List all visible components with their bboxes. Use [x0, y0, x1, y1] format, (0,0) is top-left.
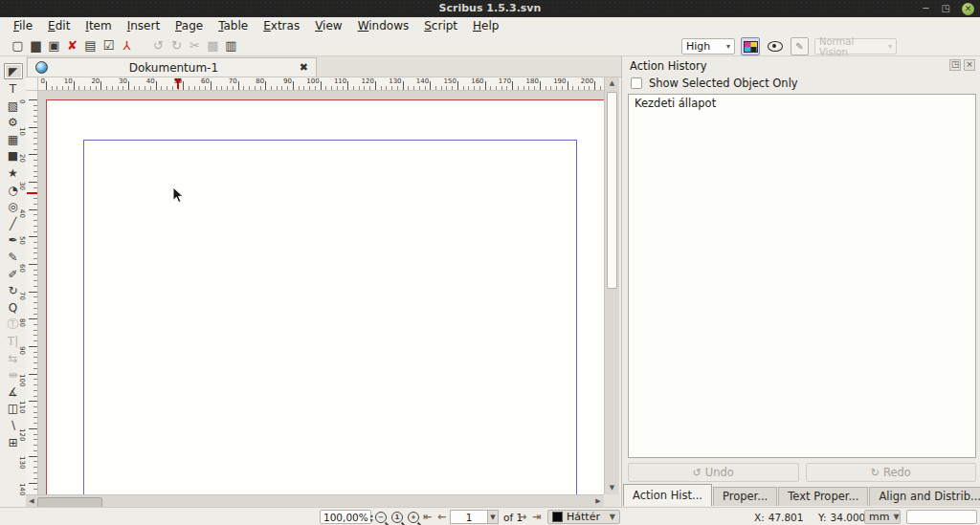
hruler-label: 20: [91, 77, 100, 85]
vruler-label: 80: [18, 318, 26, 327]
scroll-down-icon[interactable]: ▼: [605, 482, 619, 494]
titlebar[interactable]: Scribus 1.5.3.svn − ◳ ✕: [0, 0, 980, 17]
select-item-tool[interactable]: ◤: [4, 63, 23, 79]
new-document-button[interactable]: ▢: [9, 36, 27, 55]
panel-tab-align-and-distrib[interactable]: Align and Distrib...: [869, 487, 980, 506]
tab-close-icon[interactable]: ✖: [300, 61, 308, 74]
hruler-label: 10: [64, 77, 73, 85]
vruler-label: 90: [18, 346, 26, 355]
zoom-out-button[interactable]: −: [375, 510, 387, 524]
export-pdf-button[interactable]: Y: [118, 36, 136, 55]
menu-table[interactable]: Table: [211, 18, 256, 34]
print-document-button[interactable]: ▤: [81, 36, 100, 55]
menu-windows[interactable]: Windows: [350, 18, 417, 34]
insert-text-frame-tool[interactable]: T: [5, 82, 22, 97]
zoom-spinbox[interactable]: 100,00% ▴ ▾: [320, 510, 371, 524]
close-icon[interactable]: ✕: [962, 3, 974, 15]
action-history-list[interactable]: Kezdeti állapot: [628, 94, 976, 458]
scroll-up-icon[interactable]: ▲: [605, 77, 619, 90]
insert-freehand-line-tool[interactable]: ✎: [5, 251, 22, 265]
first-page-button[interactable]: ⇤: [423, 510, 432, 524]
menu-page[interactable]: Page: [167, 18, 211, 34]
document-canvas[interactable]: [38, 91, 604, 494]
vertical-scrollbar[interactable]: ▲ ▼: [604, 77, 619, 494]
vertical-ruler[interactable]: 0102030405060708090100110120130140: [26, 91, 38, 494]
save-document-button[interactable]: ▣: [45, 36, 63, 55]
edit-in-preview-toggle[interactable]: ✎: [791, 37, 809, 55]
vertical-scrollbar-thumb[interactable]: [607, 92, 617, 289]
scroll-right-icon[interactable]: ▶: [592, 495, 604, 507]
panel-tab-proper[interactable]: Proper...: [713, 487, 777, 506]
minimize-icon[interactable]: −: [922, 4, 929, 13]
undo-button: ↺: [149, 36, 167, 55]
measurements-tool[interactable]: ∡: [5, 384, 22, 399]
zoom-value: 100,00%: [323, 512, 368, 523]
close-document-button[interactable]: ✘: [63, 36, 81, 55]
zoom-actual-button[interactable]: 1: [391, 510, 403, 524]
cursor-y-readout: Y: 34.000: [818, 510, 865, 524]
menu-extras[interactable]: Extras: [256, 18, 307, 34]
hruler-label: 50: [173, 77, 182, 85]
toolbar-separator: [136, 36, 149, 55]
vruler-label: 70: [18, 292, 26, 300]
page-dropdown-icon[interactable]: ▼: [488, 510, 499, 524]
ruler-cursor-marker-y: [27, 192, 37, 194]
panel-tabbar: Action Hist...Proper...Text Proper...Ali…: [623, 484, 980, 506]
vruler-label: 20: [18, 154, 26, 163]
show-selected-only-checkbox[interactable]: [631, 77, 642, 89]
preview-mode-toggle[interactable]: [766, 37, 785, 55]
maximize-icon[interactable]: ◳: [942, 4, 950, 13]
panel-float-icon[interactable]: ◳: [949, 59, 961, 71]
paste-button[interactable]: ▥: [222, 36, 240, 55]
last-page-button[interactable]: ⇥: [532, 510, 541, 524]
color-management-toggle[interactable]: [741, 37, 760, 55]
panel-tab-action-hist[interactable]: Action Hist...: [623, 484, 712, 506]
zoom-in-button[interactable]: +: [408, 510, 419, 524]
unit-select[interactable]: mm ▼: [864, 510, 901, 524]
hruler-label: 60: [201, 77, 210, 85]
preflight-verifier-button[interactable]: ☑: [100, 36, 118, 55]
horizontal-scrollbar[interactable]: ◀ ▶: [26, 494, 604, 507]
history-list-item[interactable]: Kezdeti állapot: [629, 95, 975, 112]
image-quality-select[interactable]: High ▾: [681, 38, 735, 55]
hruler-label: 120: [362, 77, 374, 85]
scroll-left-icon[interactable]: ◀: [26, 495, 37, 507]
document-tab[interactable]: Dokumentum-1 ✖: [27, 57, 317, 77]
hruler-label: 80: [256, 77, 264, 85]
layer-select[interactable]: Háttér ▼: [547, 510, 620, 524]
insert-polygon-tool[interactable]: ★: [5, 166, 22, 181]
horizontal-scrollbar-thumb[interactable]: [37, 497, 102, 508]
hruler-label: 140: [416, 77, 429, 85]
hruler-label: 40: [146, 77, 155, 85]
panel-close-icon[interactable]: ×: [964, 59, 975, 71]
redo-icon: ↻: [871, 467, 880, 479]
menu-item[interactable]: Item: [78, 18, 119, 34]
insert-line-tool[interactable]: ╱: [5, 216, 22, 230]
vruler-label: 130: [18, 456, 26, 469]
vruler-label: 40: [18, 209, 26, 218]
menu-insert[interactable]: Insert: [120, 18, 167, 34]
panel-tab-text-proper[interactable]: Text Proper...: [778, 487, 868, 506]
open-document-button[interactable]: ▆: [27, 36, 45, 55]
undo-button: ↺ Undo: [628, 463, 799, 482]
chevron-down-icon: ▼: [893, 513, 899, 521]
menu-file[interactable]: File: [6, 18, 40, 34]
menu-edit[interactable]: Edit: [40, 18, 78, 34]
page-number-value[interactable]: 1: [450, 510, 488, 524]
previous-page-button[interactable]: ←: [437, 510, 446, 524]
next-page-button[interactable]: →: [518, 510, 526, 524]
zoom-tool[interactable]: Q: [5, 300, 22, 315]
page-margin-guides: [83, 140, 577, 494]
vruler-label: 60: [18, 264, 26, 273]
menu-help[interactable]: Help: [465, 18, 506, 34]
menu-view[interactable]: View: [307, 18, 349, 34]
horizontal-ruler[interactable]: 0102030405060708090100110120130140150160…: [38, 77, 604, 91]
cut-button: ✂: [186, 36, 204, 55]
spin-down-icon[interactable]: ▾: [370, 517, 373, 522]
ruler-origin-box[interactable]: [26, 77, 38, 91]
scribus-window: Scribus 1.5.3.svn − ◳ ✕ FileEditItemInse…: [0, 0, 980, 525]
menu-script[interactable]: Script: [416, 18, 465, 34]
zoom-spinner[interactable]: ▴ ▾: [370, 513, 373, 522]
hruler-label: 0: [41, 77, 45, 85]
page-number-field[interactable]: 1 ▼: [450, 510, 499, 524]
